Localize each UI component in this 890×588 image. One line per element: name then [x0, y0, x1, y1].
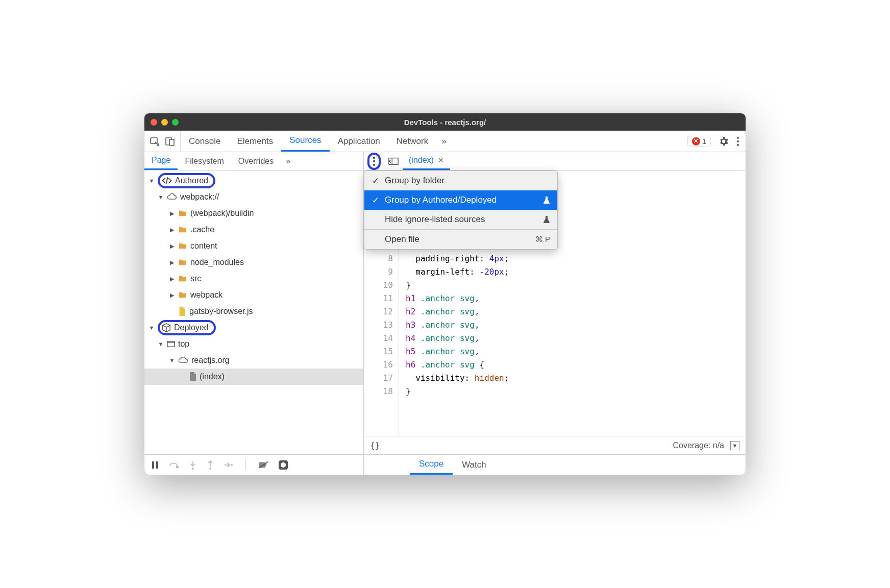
step-over-icon[interactable] — [169, 461, 179, 469]
editor-statusbar: {} Coverage: n/a ▼ — [364, 436, 746, 454]
tab-scope[interactable]: Scope — [410, 455, 453, 475]
error-badge[interactable]: ✕ 1 — [687, 136, 711, 146]
menu-group-by-authored-deployed[interactable]: ✓ Group by Authored/Deployed — [364, 190, 557, 210]
tab-elements[interactable]: Elements — [229, 131, 281, 152]
svg-point-18 — [373, 160, 375, 162]
code-icon — [162, 177, 172, 185]
close-tab-icon[interactable]: ✕ — [438, 156, 444, 164]
folder-icon — [178, 226, 187, 233]
pause-icon[interactable] — [152, 461, 159, 469]
more-subtabs-icon[interactable]: » — [281, 152, 295, 170]
close-window-button[interactable] — [151, 119, 157, 126]
tab-label: Watch — [462, 460, 486, 470]
flask-icon — [543, 196, 550, 204]
step-into-icon[interactable] — [189, 460, 196, 470]
subtab-page[interactable]: Page — [144, 152, 178, 170]
tab-sources[interactable]: Sources — [281, 131, 329, 152]
subtab-overrides[interactable]: Overrides — [231, 152, 281, 170]
main-tabstrip: Console Elements Sources Application Net… — [144, 131, 746, 152]
flask-icon — [543, 215, 550, 224]
tree-group-authored[interactable]: ▼ Authored — [144, 173, 363, 189]
subtab-label: Filesystem — [185, 157, 224, 166]
pretty-print-icon[interactable]: {} — [370, 440, 380, 450]
tree-label: (webpack)/buildin — [190, 209, 254, 218]
svg-point-4 — [737, 140, 739, 142]
svg-rect-9 — [156, 461, 158, 469]
tab-console[interactable]: Console — [181, 131, 229, 152]
navigator-subtabs: Page Filesystem Overrides » — [144, 152, 363, 170]
svg-point-5 — [737, 144, 739, 146]
tree-label: content — [190, 241, 217, 251]
sources-options-menu: ✓ Group by folder ✓ Group by Authored/De… — [364, 170, 558, 250]
tree-item-top[interactable]: ▼ top — [144, 336, 363, 352]
disclosure-icon: ▼ — [149, 325, 155, 331]
cloud-icon — [167, 193, 177, 201]
folder-icon — [178, 275, 187, 282]
tree-file-index[interactable]: (index) — [144, 369, 363, 385]
tree-folder[interactable]: ▶node_modules — [144, 254, 363, 271]
kebab-menu-icon[interactable] — [736, 136, 739, 146]
tab-label: Elements — [237, 136, 273, 146]
tab-watch[interactable]: Watch — [453, 455, 496, 475]
tab-application[interactable]: Application — [330, 131, 388, 152]
tree-folder[interactable]: ▶webpack — [144, 287, 363, 303]
svg-rect-15 — [282, 463, 283, 467]
editor-pane: ✓ Group by folder ✓ Group by Authored/De… — [364, 152, 746, 475]
step-icon[interactable] — [224, 461, 233, 469]
tab-label: Scope — [419, 459, 443, 469]
deactivate-breakpoints-icon[interactable] — [258, 461, 268, 469]
settings-icon[interactable] — [718, 136, 729, 147]
more-tabs-icon[interactable]: » — [436, 131, 451, 152]
tab-label: Application — [338, 136, 380, 146]
menu-open-file[interactable]: Open file ⌘ P — [364, 230, 557, 249]
disclosure-icon: ▶ — [169, 292, 175, 299]
check-icon: ✓ — [372, 176, 380, 186]
menu-group-by-folder[interactable]: ✓ Group by folder — [364, 171, 557, 190]
tree-file-gatsby[interactable]: gatsby-browser.js — [144, 303, 363, 320]
tree-label: top — [178, 339, 189, 349]
tab-label: Network — [397, 136, 428, 146]
step-out-icon[interactable] — [207, 460, 214, 470]
cloud-icon — [178, 357, 188, 364]
tree-group-deployed[interactable]: ▼ Deployed — [144, 320, 363, 336]
tree-folder[interactable]: ▶content — [144, 238, 363, 254]
file-tabs-row: ✓ Group by folder ✓ Group by Authored/De… — [364, 152, 746, 170]
tree-folder[interactable]: ▶.cache — [144, 222, 363, 238]
svg-point-19 — [373, 163, 375, 165]
tree-folder[interactable]: ▶src — [144, 271, 363, 287]
disclosure-icon: ▼ — [169, 357, 175, 363]
pause-on-exceptions-icon[interactable] — [279, 460, 288, 470]
tree-folder[interactable]: ▶(webpack)/buildin — [144, 205, 363, 222]
menu-hide-ignore-listed[interactable]: Hide ignore-listed sources — [364, 210, 557, 229]
collapse-bottom-icon[interactable]: ▼ — [730, 441, 739, 450]
tree-label: .cache — [190, 225, 214, 234]
check-icon: ✓ — [372, 195, 380, 206]
error-icon: ✕ — [692, 137, 700, 145]
file-tab-label: (index) — [409, 156, 434, 165]
svg-point-13 — [231, 464, 233, 466]
inspect-element-icon[interactable] — [150, 136, 160, 146]
file-tab-index[interactable]: (index) ✕ — [403, 152, 450, 170]
tree-label: src — [190, 274, 201, 283]
toggle-navigator-icon[interactable] — [384, 152, 403, 170]
device-toolbar-icon[interactable] — [165, 136, 175, 146]
disclosure-icon: ▶ — [169, 243, 175, 250]
svg-rect-6 — [167, 341, 175, 347]
tree-label: Deployed — [174, 323, 209, 332]
tree-item-webpack[interactable]: ▼ webpack:// — [144, 189, 363, 205]
tree-label: webpack:// — [180, 192, 219, 202]
svg-point-11 — [192, 468, 194, 470]
coverage-status: Coverage: n/a — [673, 441, 724, 450]
sources-more-options-button[interactable] — [367, 153, 381, 170]
subtab-label: Overrides — [238, 157, 274, 166]
menu-label: Hide ignore-listed sources — [385, 214, 485, 225]
minimize-window-button[interactable] — [161, 119, 168, 126]
subtab-filesystem[interactable]: Filesystem — [178, 152, 231, 170]
tree-item-domain[interactable]: ▼ reactjs.org — [144, 352, 363, 369]
tree-label: node_modules — [190, 258, 244, 267]
maximize-window-button[interactable] — [172, 119, 179, 126]
disclosure-icon: ▶ — [169, 259, 175, 266]
menu-label: Group by folder — [385, 176, 444, 186]
tab-network[interactable]: Network — [388, 131, 436, 152]
svg-rect-20 — [389, 158, 398, 164]
